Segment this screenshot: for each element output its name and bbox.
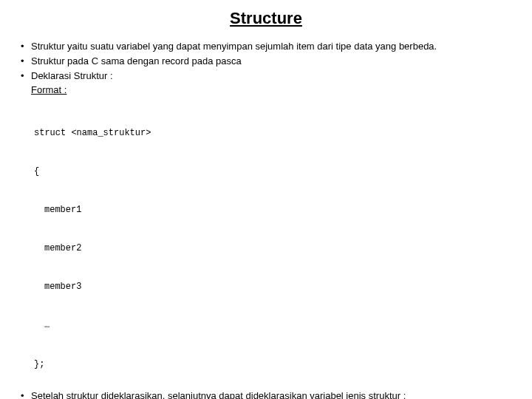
bullet-list-2: Setelah struktur dideklarasikan, selanju… bbox=[19, 389, 514, 399]
list-item: Struktur pada C sama dengan record pada … bbox=[19, 55, 514, 68]
list-item-text: Deklarasi Struktur : bbox=[31, 70, 113, 81]
code-line: { bbox=[34, 166, 514, 178]
code-line: member1 bbox=[34, 204, 514, 216]
code-line: member3 bbox=[34, 281, 514, 293]
code-line: struct <nama_struktur> bbox=[34, 127, 514, 140]
code-line: }; bbox=[34, 358, 514, 371]
code-block-1: struct <nama_struktur> { member1 member2… bbox=[34, 101, 514, 384]
list-item: Struktur yaitu suatu variabel yang dapat… bbox=[19, 40, 514, 53]
page-title: Structure bbox=[18, 9, 514, 28]
code-line: … bbox=[34, 319, 514, 332]
format-label: Format : bbox=[31, 84, 66, 95]
list-item: Deklarasi Struktur : Format : bbox=[19, 69, 514, 96]
list-item: Setelah struktur dideklarasikan, selanju… bbox=[19, 389, 514, 399]
code-line: member2 bbox=[34, 242, 514, 255]
bullet-list-1: Struktur yaitu suatu variabel yang dapat… bbox=[19, 40, 514, 97]
